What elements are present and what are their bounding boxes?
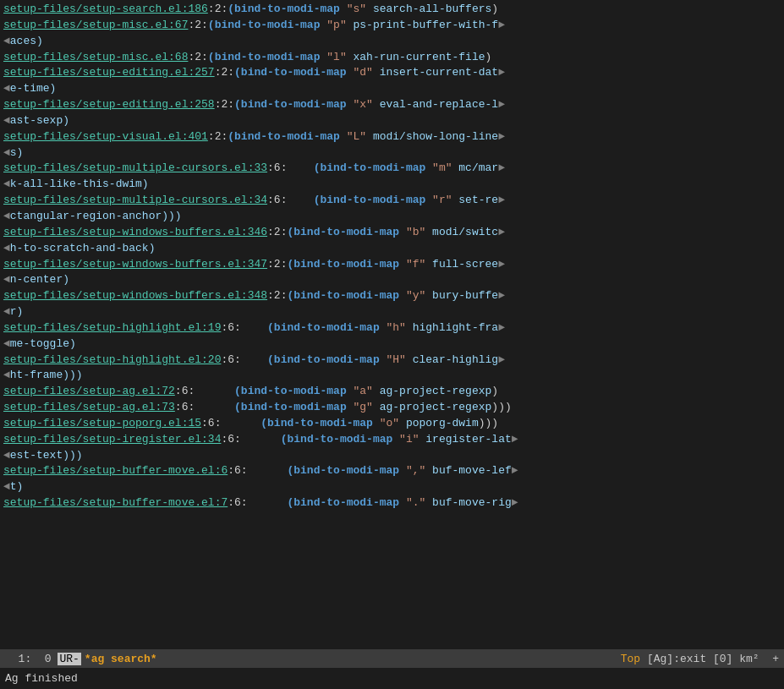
file-link[interactable]: setup-files/setup-iregister.el:34	[3, 432, 221, 448]
paren: )	[485, 50, 492, 66]
args	[347, 400, 354, 416]
truncate-indicator: ►	[498, 161, 505, 177]
fn-call: (bind-to-modi-map	[287, 463, 399, 479]
file-link[interactable]: setup-files/setup-misc.el:67	[3, 18, 188, 34]
file-link[interactable]: setup-files/setup-poporg.el:15	[3, 416, 201, 432]
continuation-text: ht-frame)))	[10, 368, 83, 384]
continuation-line-13: ◄ctangular-region-anchor)))	[0, 209, 784, 225]
result-line-9: setup-files/setup-visual.el:401:2:(bind-…	[0, 129, 784, 145]
result-line-15: setup-files/setup-windows-buffers.el:346…	[0, 225, 784, 241]
args	[320, 50, 326, 66]
result-line-19: setup-files/setup-windows-buffers.el:348…	[0, 288, 784, 304]
truncate-indicator: ►	[498, 288, 505, 304]
continuation-text: r)	[10, 304, 24, 320]
file-link[interactable]: setup-files/setup-highlight.el:19	[3, 320, 221, 336]
str-arg: "h"	[387, 320, 406, 336]
continuation-text: e-time)	[10, 81, 57, 97]
file-link[interactable]: setup-files/setup-multiple-cursors.el:33	[3, 161, 267, 177]
truncate-indicator: ►	[498, 257, 505, 273]
args	[425, 193, 432, 209]
result-line-17: setup-files/setup-windows-buffers.el:347…	[0, 257, 784, 273]
col-sep: :2:	[215, 97, 234, 113]
col-sep: :6:	[228, 463, 287, 479]
truncate-indicator: ►	[512, 495, 518, 511]
str-arg: "a"	[354, 384, 373, 400]
position-top: Top	[621, 653, 647, 665]
str-arg: "s"	[347, 2, 366, 18]
file-link[interactable]: setup-files/setup-multiple-cursors.el:34	[3, 193, 267, 209]
file-link[interactable]: setup-files/setup-ag.el:72	[3, 384, 175, 400]
str-arg: "y"	[406, 288, 425, 304]
file-link[interactable]: setup-files/setup-windows-buffers.el:346	[3, 225, 267, 241]
paren: )	[491, 2, 498, 18]
continuation-line-28: ◄est-text)))	[0, 448, 784, 464]
continuation-marker: ◄	[3, 241, 10, 257]
result-line-1: setup-files/setup-search.el:186:2:(bind-…	[0, 2, 784, 18]
str-arg: "g"	[354, 400, 373, 416]
file-link[interactable]: setup-files/setup-editing.el:257	[3, 65, 215, 81]
message-bar: Ag finished	[0, 668, 784, 689]
file-link[interactable]: setup-files/setup-windows-buffers.el:347	[3, 257, 267, 273]
fn-call: (bind-to-modi-map	[287, 288, 399, 304]
continuation-text: ast-sexp)	[10, 113, 69, 129]
truncate-indicator: ►	[498, 129, 505, 145]
continuation-text: est-text)))	[10, 448, 83, 464]
result-line-11: setup-files/setup-multiple-cursors.el:33…	[0, 161, 784, 177]
args	[399, 225, 406, 241]
col-sep: :6:	[221, 320, 267, 336]
col-sep: :2:	[267, 288, 287, 304]
file-link[interactable]: setup-files/setup-ag.el:73	[3, 400, 175, 416]
fn-call: (bind-to-modi-map	[314, 193, 426, 209]
truncate-indicator: ►	[498, 353, 505, 369]
continuation-line-7: ◄ast-sexp)	[0, 113, 784, 129]
file-link[interactable]: setup-files/setup-windows-buffers.el:348	[3, 288, 267, 304]
sym-arg: insert-current-dat	[373, 65, 498, 81]
args	[380, 353, 387, 369]
truncate-indicator: ►	[498, 225, 505, 241]
fn-call: (bind-to-modi-map	[228, 2, 340, 18]
sym-arg: poporg-dwim	[399, 416, 479, 432]
result-line-21: setup-files/setup-highlight.el:19:6: (bi…	[0, 320, 784, 336]
col-sep: :6:	[201, 416, 260, 432]
file-link[interactable]: setup-files/setup-search.el:186	[3, 2, 208, 18]
col-sep: :2:	[208, 2, 228, 18]
file-link[interactable]: setup-files/setup-editing.el:258	[3, 97, 215, 113]
continuation-marker: ◄	[3, 304, 10, 320]
str-arg: "f"	[406, 257, 425, 273]
sym-arg: buf-move-rig	[425, 495, 511, 511]
args	[320, 18, 326, 34]
sym-arg: modi/switc	[425, 225, 498, 241]
fn-call: (bind-to-modi-map	[281, 432, 393, 448]
continuation-text: k-all-like-this-dwim)	[10, 177, 149, 193]
continuation-marker: ◄	[3, 34, 10, 50]
result-line-5: setup-files/setup-editing.el:257:2:(bind…	[0, 65, 784, 81]
sym-arg: mc/mar	[452, 161, 499, 177]
result-line-30: setup-files/setup-buffer-move.el:6:6: (b…	[0, 463, 784, 479]
col-sep: :2:	[267, 257, 287, 273]
str-arg: "o"	[380, 416, 399, 432]
col-sep: :2:	[188, 50, 207, 66]
file-link[interactable]: setup-files/setup-buffer-move.el:7	[3, 495, 228, 511]
main-editor-area: setup-files/setup-search.el:186:2:(bind-…	[0, 0, 784, 649]
truncate-indicator: ►	[498, 18, 505, 34]
truncate-indicator: ►	[498, 97, 505, 113]
sym-arg: full-scree	[425, 257, 498, 273]
continuation-text: t)	[10, 479, 24, 495]
continuation-line-11: ◄k-all-like-this-dwim)	[0, 177, 784, 193]
file-link[interactable]: setup-files/setup-highlight.el:20	[3, 353, 221, 369]
str-arg: "d"	[353, 65, 372, 81]
file-link[interactable]: setup-files/setup-buffer-move.el:6	[3, 463, 228, 479]
truncate-indicator: ►	[498, 320, 505, 336]
file-link[interactable]: setup-files/setup-visual.el:401	[3, 129, 208, 145]
file-link[interactable]: setup-files/setup-misc.el:68	[3, 50, 188, 66]
fn-call: (bind-to-modi-map	[228, 129, 340, 145]
continuation-line-15: ◄h-to-scratch-and-back)	[0, 241, 784, 257]
continuation-line-17: ◄n-center)	[0, 272, 784, 288]
col-sep: :6:	[175, 400, 234, 416]
result-line-13: setup-files/setup-multiple-cursors.el:34…	[0, 193, 784, 209]
result-line-7: setup-files/setup-editing.el:258:2:(bind…	[0, 97, 784, 113]
continuation-marker: ◄	[3, 479, 10, 495]
sym-arg: ag-project-regexp	[373, 384, 491, 400]
args	[347, 97, 354, 113]
continuation-line-30: ◄t)	[0, 479, 784, 495]
